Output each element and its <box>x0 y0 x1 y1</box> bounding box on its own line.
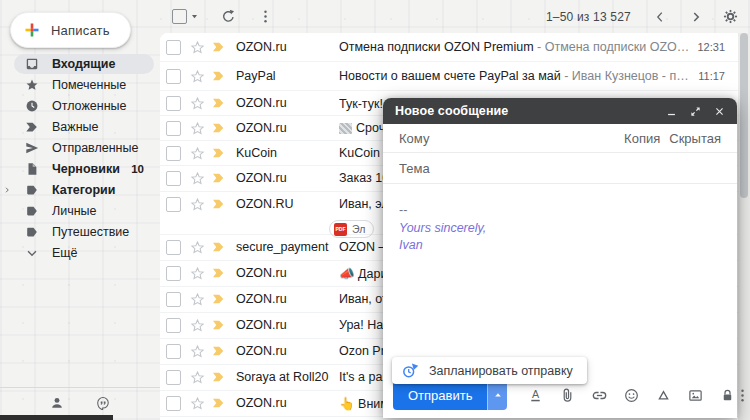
schedule-send-popup[interactable]: Запланировать отправку <box>392 357 587 384</box>
hangouts-chat-icon[interactable] <box>96 396 110 410</box>
confidential-mode-icon[interactable] <box>720 388 735 403</box>
star-outline-icon[interactable] <box>190 292 205 307</box>
subject-row[interactable]: Тема <box>383 153 737 184</box>
bcc-link[interactable]: Скрытая <box>669 131 721 146</box>
compose-body[interactable]: -- Yours sincerely, Ivan <box>383 184 737 376</box>
importance-marker-icon[interactable] <box>212 97 226 109</box>
newer-page-chevron-icon[interactable] <box>653 10 667 24</box>
sidebar-item[interactable]: Важные <box>14 117 154 137</box>
row-checkbox[interactable] <box>166 69 181 84</box>
row-checkbox[interactable] <box>166 370 181 385</box>
row-checkbox[interactable] <box>166 292 181 307</box>
email-sender: OZON.ru <box>236 396 339 410</box>
importance-marker-icon[interactable] <box>212 41 226 53</box>
sidebar-item[interactable]: Личные <box>14 201 154 221</box>
gear-icon[interactable] <box>723 9 738 24</box>
sidebar-item[interactable]: Черновики 10 <box>14 159 154 179</box>
subject-field-label[interactable]: Тема <box>399 161 430 176</box>
importance-marker-icon[interactable] <box>212 122 226 134</box>
star-outline-icon[interactable] <box>190 396 205 411</box>
select-all-checkbox[interactable] <box>172 9 187 24</box>
older-page-chevron-icon[interactable] <box>689 10 703 24</box>
email-subject: Ура! На <box>339 318 383 332</box>
email-subject: Заказ 10 <box>339 171 389 185</box>
sidebar-item-label: Отправленные <box>52 141 138 155</box>
sidebar-item[interactable]: Входящие <box>14 54 154 74</box>
star-outline-icon[interactable] <box>190 318 205 333</box>
star-outline-icon[interactable] <box>190 146 205 161</box>
importance-marker-icon[interactable] <box>212 267 226 279</box>
insert-emoji-icon[interactable] <box>624 388 639 403</box>
recipients-row[interactable]: Кому Копия Скрытая <box>383 124 737 153</box>
star-outline-icon[interactable] <box>190 240 205 255</box>
star-outline-icon[interactable] <box>190 121 205 136</box>
insert-link-icon[interactable] <box>592 388 607 403</box>
row-checkbox[interactable] <box>166 146 181 161</box>
sidebar-item[interactable]: Отложенные <box>14 96 154 116</box>
chevron-right-icon[interactable] <box>3 186 11 194</box>
cc-link[interactable]: Копия <box>624 131 660 146</box>
more-send-options-icon[interactable] <box>735 388 750 403</box>
attach-file-icon[interactable] <box>560 388 575 403</box>
row-checkbox[interactable] <box>166 197 181 212</box>
send-button[interactable]: Отправить <box>393 381 487 410</box>
importance-marker-icon[interactable] <box>212 241 226 253</box>
star-icon <box>25 78 39 92</box>
star-outline-icon[interactable] <box>190 69 205 84</box>
row-checkbox[interactable] <box>166 318 181 333</box>
scrollbar-thumb[interactable] <box>740 33 748 198</box>
compose-header[interactable]: Новое сообщение <box>383 98 737 124</box>
sidebar-item-label: Личные <box>52 204 97 218</box>
row-checkbox[interactable] <box>166 240 181 255</box>
attachment-chip[interactable]: PDF Эл <box>329 220 374 238</box>
label-icon <box>25 225 39 239</box>
star-outline-icon[interactable] <box>190 370 205 385</box>
more-vertical-icon[interactable] <box>258 9 273 24</box>
row-checkbox[interactable] <box>166 96 181 111</box>
importance-marker-icon[interactable] <box>212 70 226 82</box>
table-row[interactable]: PayPal Новости о вашем счете PayPal за м… <box>160 62 738 91</box>
importance-marker-icon[interactable] <box>212 198 226 210</box>
to-field-label[interactable]: Кому <box>399 131 429 146</box>
importance-marker-icon[interactable] <box>212 293 226 305</box>
star-outline-icon[interactable] <box>190 266 205 281</box>
row-checkbox[interactable] <box>166 344 181 359</box>
close-icon[interactable] <box>714 106 725 117</box>
row-checkbox[interactable] <box>166 171 181 186</box>
profile-icon[interactable] <box>50 396 64 410</box>
star-outline-icon[interactable] <box>190 197 205 212</box>
send-options-caret[interactable] <box>487 381 507 410</box>
importance-marker-icon[interactable] <box>212 319 226 331</box>
row-checkbox[interactable] <box>166 40 181 55</box>
star-outline-icon[interactable] <box>190 171 205 186</box>
importance-marker-icon[interactable] <box>212 172 226 184</box>
formatting-options-icon[interactable]: A <box>528 388 543 403</box>
row-checkbox[interactable] <box>166 266 181 281</box>
star-outline-icon[interactable] <box>190 40 205 55</box>
popout-icon[interactable] <box>690 106 701 117</box>
email-time: 11:17 <box>698 70 725 82</box>
row-checkbox[interactable] <box>166 121 181 136</box>
list-toolbar: 1–50 из 13 527 <box>160 0 738 33</box>
minimize-icon[interactable] <box>666 106 677 117</box>
importance-marker-icon[interactable] <box>212 371 226 383</box>
sidebar-item[interactable]: Категории <box>14 180 154 200</box>
insert-photo-icon[interactable] <box>688 388 703 403</box>
schedule-send-label: Запланировать отправку <box>429 364 573 378</box>
importance-marker-icon[interactable] <box>212 345 226 357</box>
star-outline-icon[interactable] <box>190 344 205 359</box>
importance-marker-icon[interactable] <box>212 397 226 409</box>
list-scrollbar[interactable] <box>738 33 750 420</box>
select-caret-down-icon[interactable] <box>190 12 199 21</box>
sidebar-item[interactable]: Ещё <box>14 243 154 263</box>
row-checkbox[interactable] <box>166 396 181 411</box>
table-row[interactable]: OZON.ru Отмена подписки OZON Premium - О… <box>160 33 738 62</box>
insert-from-drive-icon[interactable] <box>656 388 671 403</box>
star-outline-icon[interactable] <box>190 96 205 111</box>
compose-button[interactable]: Написать <box>10 12 131 48</box>
refresh-icon[interactable] <box>221 9 236 24</box>
sidebar-item[interactable]: Путешествие <box>14 222 154 242</box>
sidebar-item[interactable]: Помеченные <box>14 75 154 95</box>
importance-marker-icon[interactable] <box>212 147 226 159</box>
sidebar-item[interactable]: Отправленные <box>14 138 154 158</box>
